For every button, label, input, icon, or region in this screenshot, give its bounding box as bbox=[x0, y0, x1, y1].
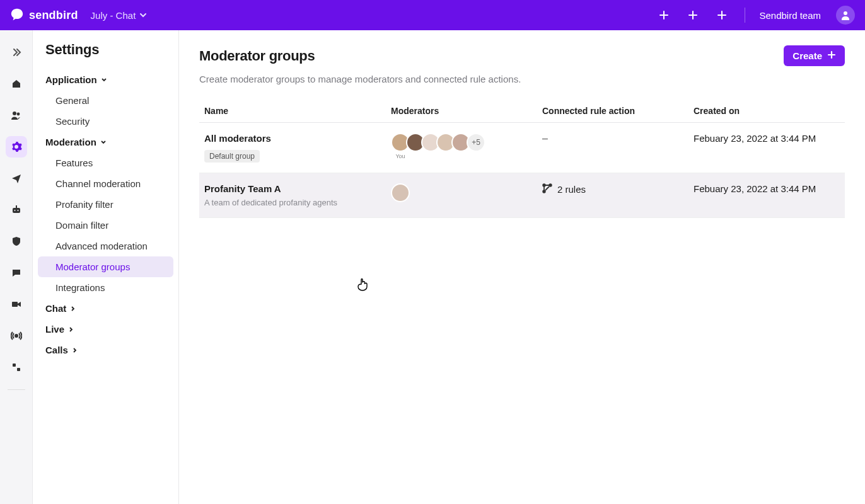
sidebar-item-general[interactable]: General bbox=[38, 90, 173, 111]
plus-icon bbox=[827, 50, 836, 61]
chevron-right-icon bbox=[70, 303, 76, 314]
app-switcher[interactable]: July - Chat bbox=[91, 10, 148, 21]
team-label[interactable]: Sendbird team bbox=[759, 10, 821, 21]
main-content: Moderator groups Create Create moderator… bbox=[179, 30, 865, 504]
col-created-on: Created on bbox=[694, 106, 840, 116]
svg-rect-6 bbox=[12, 302, 18, 307]
sidebar-item-features[interactable]: Features bbox=[38, 152, 173, 173]
rule-action-empty: – bbox=[542, 133, 548, 144]
header-add-2[interactable] bbox=[684, 6, 702, 24]
rule-action-count: 2 rules bbox=[557, 184, 586, 195]
svg-point-12 bbox=[543, 190, 545, 193]
table-header: Name Moderators Connected rule action Cr… bbox=[199, 100, 845, 123]
section-chat[interactable]: Chat bbox=[33, 298, 178, 319]
rail-home[interactable] bbox=[6, 73, 27, 94]
rail-video[interactable] bbox=[6, 294, 27, 315]
moderators-cell bbox=[391, 183, 542, 202]
rail-bot[interactable] bbox=[6, 199, 27, 220]
section-application[interactable]: Application bbox=[33, 69, 178, 90]
page-description: Create moderator groups to manage modera… bbox=[199, 74, 845, 84]
moderators-cell: You +5 bbox=[391, 133, 542, 159]
group-name: All moderators bbox=[204, 133, 385, 144]
avatar-more: +5 bbox=[467, 133, 485, 152]
chevron-down-icon bbox=[100, 137, 107, 147]
brand-logo-icon bbox=[10, 8, 24, 23]
sidebar-title: Settings bbox=[33, 42, 178, 69]
default-badge: Default group bbox=[204, 150, 260, 163]
settings-sidebar: Settings Application General Security Mo… bbox=[33, 30, 179, 504]
create-button-label: Create bbox=[792, 50, 822, 61]
rail-settings[interactable] bbox=[6, 136, 27, 158]
nav-rail bbox=[0, 30, 33, 504]
svg-point-2 bbox=[16, 113, 20, 116]
sidebar-item-domain-filter[interactable]: Domain filter bbox=[38, 215, 173, 236]
col-name: Name bbox=[204, 106, 391, 116]
group-name: Profanity Team A bbox=[204, 183, 385, 194]
svg-point-11 bbox=[549, 184, 552, 186]
rule-graph-icon bbox=[542, 183, 552, 195]
rail-shield[interactable] bbox=[6, 231, 27, 252]
user-avatar[interactable] bbox=[836, 6, 855, 25]
group-subtitle: A team of dedicated profanity agents bbox=[204, 198, 385, 207]
svg-point-5 bbox=[17, 210, 18, 211]
top-header: sendbird July - Chat Sendbird team bbox=[0, 0, 865, 30]
svg-point-1 bbox=[13, 112, 16, 115]
svg-point-0 bbox=[844, 11, 847, 15]
chevron-right-icon bbox=[72, 345, 78, 355]
header-add-3[interactable] bbox=[713, 6, 731, 24]
svg-rect-8 bbox=[13, 364, 16, 367]
rail-broadcast[interactable] bbox=[6, 325, 27, 346]
sidebar-item-integrations[interactable]: Integrations bbox=[38, 277, 173, 298]
app-switcher-label: July - Chat bbox=[91, 10, 136, 21]
rail-send[interactable] bbox=[6, 168, 27, 189]
svg-point-4 bbox=[14, 210, 15, 211]
create-button[interactable]: Create bbox=[784, 45, 845, 66]
header-add-1[interactable] bbox=[655, 6, 673, 24]
svg-rect-3 bbox=[13, 208, 20, 213]
section-moderation[interactable]: Moderation bbox=[33, 132, 178, 152]
chevron-down-icon bbox=[139, 10, 147, 21]
created-on: Febuary 23, 2022 at 3:44 PM bbox=[694, 183, 840, 194]
page-title: Moderator groups bbox=[199, 48, 315, 64]
svg-point-7 bbox=[15, 335, 18, 337]
col-rule-action: Connected rule action bbox=[542, 106, 694, 116]
sidebar-item-moderator-groups[interactable]: Moderator groups bbox=[38, 256, 173, 277]
sidebar-item-channel-moderation[interactable]: Channel moderation bbox=[38, 173, 173, 194]
avatar bbox=[391, 183, 410, 202]
sidebar-item-security[interactable]: Security bbox=[38, 111, 173, 132]
sidebar-item-advanced-moderation[interactable]: Advanced moderation bbox=[38, 236, 173, 256]
created-on: Febuary 23, 2022 at 3:44 PM bbox=[694, 133, 840, 144]
table-row[interactable]: Profanity Team A A team of dedicated pro… bbox=[199, 173, 845, 218]
rail-expand[interactable] bbox=[6, 42, 27, 63]
sidebar-item-profanity-filter[interactable]: Profanity filter bbox=[38, 194, 173, 215]
rail-users[interactable] bbox=[6, 105, 27, 126]
section-calls[interactable]: Calls bbox=[33, 340, 178, 360]
brand-name: sendbird bbox=[29, 9, 78, 22]
table-row[interactable]: All moderators Default group You +5 bbox=[199, 123, 845, 173]
header-actions: Sendbird team bbox=[655, 6, 855, 25]
groups-table: Name Moderators Connected rule action Cr… bbox=[199, 100, 845, 218]
divider bbox=[745, 8, 745, 23]
col-moderators: Moderators bbox=[391, 106, 542, 116]
svg-rect-9 bbox=[17, 368, 20, 371]
chevron-right-icon bbox=[68, 324, 74, 335]
rail-apps[interactable] bbox=[6, 357, 27, 378]
rail-chat[interactable] bbox=[6, 262, 27, 284]
section-live[interactable]: Live bbox=[33, 319, 178, 340]
brand: sendbird bbox=[10, 8, 78, 23]
svg-point-10 bbox=[543, 184, 545, 186]
rail-divider bbox=[8, 389, 25, 390]
chevron-down-icon bbox=[101, 74, 107, 85]
you-label: You bbox=[395, 153, 405, 159]
